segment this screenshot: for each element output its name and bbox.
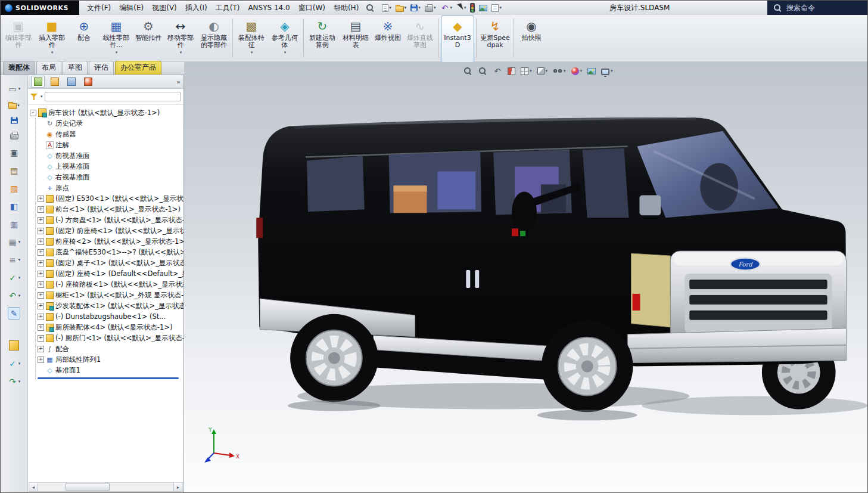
panel-overflow-chevrons[interactable]: » xyxy=(176,78,181,86)
tree-item-18[interactable]: +(-) Dunstabzugshaube<1> (St... xyxy=(38,311,183,322)
tree-item-19[interactable]: +厕所装配体<4> (默认<显示状态-1>) xyxy=(38,322,183,333)
command-search-box[interactable]: 搜索命令 xyxy=(767,1,867,15)
graphics-viewport[interactable]: Ford ↶▾▾▾▾▾ Y X xyxy=(184,62,867,492)
expand-box[interactable]: + xyxy=(38,228,44,234)
collapse-box[interactable]: - xyxy=(30,110,36,116)
expand-box[interactable]: + xyxy=(38,292,44,299)
undo-arrow-tool[interactable]: ↶▾ xyxy=(7,289,22,302)
tree-item-10[interactable]: +(固定) 前座椅<1> (默认<<默认>_显示状态) xyxy=(38,225,183,236)
menu-item-6[interactable]: 窗口(W) xyxy=(294,1,329,15)
screen-tool[interactable]: ▭▾ xyxy=(7,82,22,95)
tree-item-0[interactable]: ↻历史记录 xyxy=(38,118,183,129)
tab-1[interactable]: 布局 xyxy=(36,61,61,75)
tree-filter[interactable]: ▾ xyxy=(28,89,183,105)
view-settings-tool[interactable]: ▾ xyxy=(601,67,613,75)
tree-item-17[interactable]: +沙发装配体<1> (默认<<默认>_显示状态- xyxy=(38,300,183,311)
tree-item-23[interactable]: ◇基准面1 xyxy=(38,365,183,376)
clipboard-tool[interactable]: ▤ xyxy=(8,164,20,176)
menu-item-0[interactable]: 文件(F) xyxy=(83,1,115,15)
expand-box[interactable]: + xyxy=(38,238,44,245)
expand-box[interactable]: + xyxy=(38,271,44,277)
redo-arrow-tool[interactable]: ↷▾ xyxy=(7,375,22,387)
grid-tool[interactable]: ▦▾ xyxy=(7,235,22,248)
pencil-tool[interactable]: ✎ xyxy=(8,307,20,320)
snapshot-button[interactable]: ◉拍快照 xyxy=(516,15,547,64)
menu-item-1[interactable]: 编辑(E) xyxy=(115,1,148,15)
tree-item-9[interactable]: +(-) 方向盘<1> (默认<<默认>_显示状态-1>) xyxy=(38,215,183,225)
bom-button[interactable]: ▤材料明细表 xyxy=(339,15,372,64)
print-button[interactable]: ▾ xyxy=(424,4,437,13)
menu-item-4[interactable]: 工具(T) xyxy=(211,1,244,15)
tree-item-11[interactable]: +前座椅<2> (默认<<默认>_显示状态-1>) xyxy=(38,236,183,247)
save-button[interactable]: ▾ xyxy=(409,4,422,12)
folder-tool[interactable]: ▾ xyxy=(7,100,21,110)
displaymanager-tab[interactable] xyxy=(81,76,95,88)
undo-button[interactable]: ↶▾ xyxy=(438,2,453,13)
reference-geometry-button[interactable]: ◈参考几何体▾ xyxy=(268,15,301,64)
expand-box[interactable]: + xyxy=(38,196,44,202)
tree-item-21[interactable]: +∫配合 xyxy=(38,343,183,354)
tree-item-15[interactable]: +(-) 座椅踏板<1> (默认<<默认>_显示状态) xyxy=(38,279,183,290)
image-button[interactable] xyxy=(478,4,489,12)
explode-lines-button[interactable]: ∿爆炸直线草图 xyxy=(403,15,437,64)
traffic-light-button[interactable] xyxy=(469,2,476,13)
expand-box[interactable]: + xyxy=(38,314,44,320)
expand-box[interactable]: + xyxy=(38,335,44,342)
scroll-left-arrow-icon[interactable]: ◂ xyxy=(29,483,38,491)
expand-box[interactable]: + xyxy=(38,217,44,224)
tree-item-5[interactable]: ◇右视基准面 xyxy=(38,172,183,182)
orange-box-tool[interactable]: ▧ xyxy=(8,182,20,194)
linear-pattern-button[interactable]: ▦线性零部件...▾ xyxy=(99,15,133,64)
expand-box[interactable]: + xyxy=(38,346,44,352)
smart-fasteners-button[interactable]: ⚙智能扣件 xyxy=(133,15,164,64)
tree-item-3[interactable]: ◇前视基准面 xyxy=(38,150,183,161)
tree-item-13[interactable]: +(固定) 桌子<1> (默认<<默认>_显示状态) xyxy=(38,258,183,268)
tree-item-14[interactable]: +(固定) 座椅<1> (Default<<Default>_显示) xyxy=(38,268,183,279)
move-component-button[interactable]: ↔移动零部件▾ xyxy=(164,15,197,64)
tab-2[interactable]: 草图 xyxy=(63,61,88,75)
rollback-bar[interactable] xyxy=(38,377,179,379)
expand-box[interactable]: + xyxy=(38,249,44,256)
exploded-view-button[interactable]: ※爆炸视图 xyxy=(372,15,403,64)
menu-item-5[interactable]: ANSYS 14.0 xyxy=(244,1,294,14)
previous-view-tool[interactable]: ↶ xyxy=(493,66,502,76)
zoom-to-area-tool[interactable] xyxy=(478,66,487,76)
check-tool[interactable]: ✓▾ xyxy=(7,357,22,370)
search-commands-icon[interactable] xyxy=(365,3,375,13)
scroll-right-arrow-icon[interactable]: ▸ xyxy=(173,483,182,491)
tree-item-8[interactable]: +前台<1> (默认<<默认>_显示状态-1>) xyxy=(38,204,183,215)
edit-component-button[interactable]: ▣编辑零部件 xyxy=(2,15,35,64)
filter-field[interactable] xyxy=(45,92,181,101)
open-folder-button[interactable]: ▾ xyxy=(394,4,408,13)
sheet-button[interactable]: ▾ xyxy=(490,4,503,13)
tree-item-4[interactable]: ◇上视基准面 xyxy=(38,161,183,172)
view-orientation-tool[interactable]: ▾ xyxy=(521,67,532,75)
show-hidden-button[interactable]: ◐显示隐藏的零部件 xyxy=(197,15,231,64)
tree-item-1[interactable]: ◉传感器 xyxy=(38,129,183,139)
tree-item-16[interactable]: +橱柜<1> (默认<<默认>_外观 显示状态-1>) xyxy=(38,290,183,300)
tab-0[interactable]: 装配体 xyxy=(3,61,35,75)
insert-component-button[interactable]: ■插入零部件▾ xyxy=(35,15,69,64)
save-tool[interactable] xyxy=(10,116,19,125)
configurationmanager-tab[interactable] xyxy=(64,76,78,88)
tree-item-7[interactable]: +(固定) E530<1> (默认<<默认>_显示状态-1>) xyxy=(38,193,183,204)
featuremanager-tab[interactable] xyxy=(31,76,45,88)
motion-study-button[interactable]: ↻新建运动算例 xyxy=(306,15,339,64)
edit-appearance-tool[interactable]: ▾ xyxy=(571,67,583,75)
tree-item-6[interactable]: +原点 xyxy=(38,182,183,193)
tab-4[interactable]: 办公室产品 xyxy=(115,61,161,75)
mate-button[interactable]: ⊕配合 xyxy=(69,15,99,64)
rebuild-check-tool[interactable]: ✓▾ xyxy=(7,271,22,284)
tab-3[interactable]: 评估 xyxy=(89,61,114,75)
tree-item-22[interactable]: +▦局部线性阵列1 xyxy=(38,354,183,365)
tree-root[interactable]: -房车设计 (默认<默认_显示状态-1>) xyxy=(30,107,183,118)
scrollbar-thumb[interactable] xyxy=(66,483,110,491)
section-view-tool[interactable] xyxy=(508,67,515,75)
select-cursor-button[interactable]: ▾ xyxy=(455,2,468,13)
tree-item-12[interactable]: +底盘^福特E530<1>-->? (默认<<默认>) xyxy=(38,247,183,258)
assembly-features-button[interactable]: ▩装配体特征▾ xyxy=(235,15,268,64)
hide-show-items-tool[interactable]: ▾ xyxy=(553,66,566,76)
print-tool[interactable] xyxy=(9,131,20,141)
menu-item-7[interactable]: 帮助(H) xyxy=(329,1,363,15)
tree-item-2[interactable]: A注解 xyxy=(38,139,183,150)
